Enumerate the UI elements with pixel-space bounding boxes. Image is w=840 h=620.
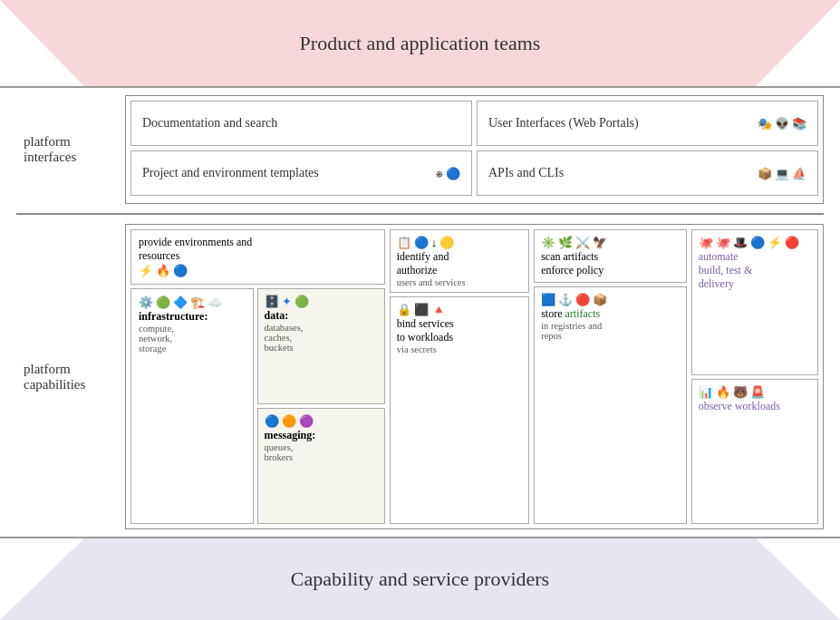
interfaces-label-text: platform interfaces xyxy=(24,134,118,165)
provide-env-header: provide environments and resources ⚡ 🔥 🔵 xyxy=(130,229,385,285)
provide-env-title: provide environments and resources xyxy=(139,236,377,263)
scan-icons: ✳️ 🌿 ⚔️ 🦅 xyxy=(541,237,679,248)
capabilities-grid: provide environments and resources ⚡ 🔥 🔵 xyxy=(130,229,818,524)
messaging-block: 🔵 🟠 🟣 messaging: queues, brokers xyxy=(257,408,385,524)
infra-compute-items: compute, network, storage xyxy=(139,324,246,354)
external-secrets-icon: ⬛ xyxy=(414,304,429,315)
cert-manager-icon: 🟡 xyxy=(439,237,454,248)
data-icons: 🗄️ ✦ 🟢 xyxy=(265,295,378,307)
automate-top: 🐙 🐙 🎩 🔵 ⚡ 🔴 automate build, test & deliv… xyxy=(691,229,818,375)
lightning-icon: ⚡ xyxy=(139,265,153,276)
apis-clis-cell: APIs and CLIs 📦 💻 ⛵ xyxy=(477,150,818,196)
automate-icons: 🐙 🐙 🎩 🔵 ⚡ 🔴 xyxy=(699,237,811,248)
velero-icon: 🟢 xyxy=(294,295,309,307)
messaging-icons: 🔵 🟠 🟣 xyxy=(265,415,378,427)
flux-icon: 🔵 xyxy=(750,237,765,248)
bottom-banner-text: Capability and service providers xyxy=(291,567,549,591)
project-templates-cell: Project and environment templates ⎈ 🔵 xyxy=(130,150,472,196)
nats-icon: 🔵 xyxy=(265,415,279,427)
project-templates-text: Project and environment templates xyxy=(142,166,319,180)
artifacts-block: ✳️ 🌿 ⚔️ 🦅 scan artifacts enforce policy xyxy=(534,229,686,524)
harbor-icon: ⚓ xyxy=(558,294,573,305)
crossplane-icon: 📦 xyxy=(758,168,772,179)
drone-icon: 🔴 xyxy=(785,237,799,248)
vault-icon: 🔵 xyxy=(414,237,429,248)
github-actions-icon: ⚡ xyxy=(768,237,782,248)
user-interfaces-text: User Interfaces (Web Portals) xyxy=(488,116,639,131)
falco-icon: 🦅 xyxy=(593,237,607,248)
argocd-icon: 🐙 xyxy=(716,237,730,248)
top-banner-text: Product and application teams xyxy=(300,32,541,55)
db-icon: 🗄️ xyxy=(265,295,279,307)
tekton-icon: 🐙 xyxy=(699,237,713,248)
identity-top: 📋 🔵 ↓ 🟡 identify and authorize users and… xyxy=(390,229,529,293)
nexus-icon: 🔴 xyxy=(575,294,590,305)
observe-title: observe workloads xyxy=(699,400,811,413)
trivy-icon: ✳️ xyxy=(541,237,555,248)
grafana-icon: 📊 xyxy=(699,386,713,398)
infra-block: provide environments and resources ⚡ 🔥 🔵 xyxy=(130,229,385,524)
argo-icon: 🔵 xyxy=(446,168,460,179)
k8s2-icon: ✦ xyxy=(282,295,292,307)
cloud-icon: ☁️ xyxy=(208,296,222,308)
infra-compute-icons: ⚙️ 🟢 🔷 🏗️ ☁️ xyxy=(139,296,246,308)
interfaces-grid: Documentation and search User Interfaces… xyxy=(130,101,818,196)
section-separator xyxy=(16,213,824,215)
book-icon: 📚 xyxy=(792,118,806,130)
top-banner: Product and application teams xyxy=(0,0,840,86)
kafka-icon: 🟠 xyxy=(282,415,296,427)
opa-icon: ⚔️ xyxy=(575,237,590,248)
store-icons: 🟦 ⚓ 🔴 📦 xyxy=(541,294,679,305)
user-interfaces-cell: User Interfaces (Web Portals) 🎭 👽 📚 xyxy=(477,101,818,146)
jfrog-icon: 🟦 xyxy=(541,294,555,305)
scan-artifacts-block: ✳️ 🌿 ⚔️ 🦅 scan artifacts enforce policy xyxy=(534,229,686,283)
spinnaker-icon: 📋 xyxy=(397,237,411,248)
identity-title: identify and authorize xyxy=(397,250,522,277)
helm-icon: ⎈ xyxy=(436,168,443,179)
observe-block: 📊 🔥 🐻 🚨 observe workloads xyxy=(691,379,818,525)
terminal-icon: 💻 xyxy=(775,168,789,179)
capabilities-content: provide environments and resources ⚡ 🔥 🔵 xyxy=(125,224,824,529)
bottom-banner: Capability and service providers xyxy=(0,538,840,620)
alert-icon: 🚨 xyxy=(750,386,765,398)
snyk-icon: 🌿 xyxy=(558,237,573,248)
circle-blue-icon: 🔵 xyxy=(173,265,188,276)
fire-icon: 🔥 xyxy=(156,265,170,276)
user-interfaces-icons: 🎭 👽 📚 xyxy=(758,118,806,130)
identity-block: 📋 🔵 ↓ 🟡 identify and authorize users and… xyxy=(390,229,529,524)
crossplane3-icon: 🔺 xyxy=(431,304,446,315)
identity-top-icons: 📋 🔵 ↓ 🟡 xyxy=(397,237,522,248)
project-templates-icons: ⎈ 🔵 xyxy=(436,168,460,179)
store-title: store artifacts xyxy=(541,307,679,321)
loki-icon: 🐻 xyxy=(733,386,748,398)
esb-icon: 🔒 xyxy=(397,304,411,315)
page-wrapper: Product and application teams platform i… xyxy=(0,0,840,620)
infra-sub-grid: ⚙️ 🟢 🔷 🏗️ ☁️ infrastructure: xyxy=(130,288,385,524)
rabbitmq-icon: 🟣 xyxy=(299,415,314,427)
terraform-icon: 🔷 xyxy=(173,296,188,308)
infra-compute-cell: ⚙️ 🟢 🔷 🏗️ ☁️ infrastructure: xyxy=(130,288,254,524)
doc-search-text: Documentation and search xyxy=(142,116,277,131)
capabilities-label: platform capabilities xyxy=(16,224,125,529)
interfaces-row: platform interfaces Documentation and se… xyxy=(16,95,824,204)
bind-services-block: 🔒 ⬛ 🔺 bind services to workloads via sec… xyxy=(390,296,529,524)
automate-block: 🐙 🐙 🎩 🔵 ⚡ 🔴 automate build, test & deliv… xyxy=(691,229,818,524)
data-block: 🗄️ ✦ 🟢 data: databases, caches, buckets xyxy=(257,288,385,404)
prom-icon: 🔥 xyxy=(716,386,730,398)
bind-icons: 🔒 ⬛ 🔺 xyxy=(397,304,522,315)
observe-icons: 📊 🔥 🐻 🚨 xyxy=(699,386,811,398)
identity-subtitle: users and services xyxy=(397,277,522,287)
capabilities-row: platform capabilities provide environmen… xyxy=(16,224,824,529)
alien-icon: 👽 xyxy=(775,118,789,130)
helm2-icon: ⛵ xyxy=(792,168,806,179)
bind-title: bind services to workloads xyxy=(397,317,522,344)
automate-title: automate build, test & delivery xyxy=(699,250,811,291)
messaging-items: queues, brokers xyxy=(265,442,378,462)
jenkins-icon: 🎩 xyxy=(733,237,748,248)
middle-section: platform interfaces Documentation and se… xyxy=(0,86,840,538)
store-subtitle: in registries and repos xyxy=(541,321,679,341)
interfaces-content: Documentation and search User Interfaces… xyxy=(125,95,824,204)
apis-clis-icons: 📦 💻 ⛵ xyxy=(758,168,806,179)
data-items: databases, caches, buckets xyxy=(265,323,378,353)
store-artifacts-block: 🟦 ⚓ 🔴 📦 store artifacts in registries an xyxy=(534,286,686,524)
